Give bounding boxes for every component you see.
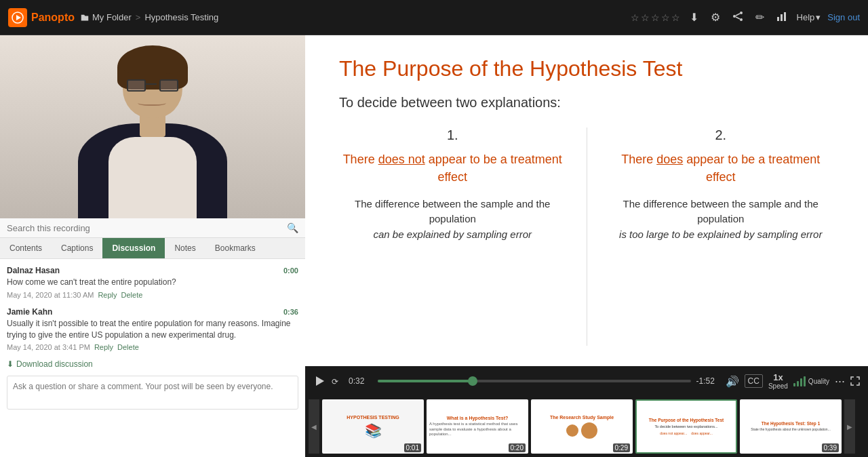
thumbnails-scroll-right[interactable]: ▶: [844, 399, 855, 454]
play-pause-button[interactable]: [313, 375, 326, 387]
closed-captions-button[interactable]: CC: [745, 374, 763, 388]
slide-col-1-body-text: The difference between the sample and th…: [355, 198, 550, 225]
discussion-panel: Dalnaz Hasan 0:00 How come we can't trea…: [0, 259, 305, 457]
slide-subtitle: To decide between two explanations:: [339, 95, 834, 111]
speed-control[interactable]: 1x Speed: [768, 372, 788, 390]
svg-marker-10: [316, 376, 324, 386]
comment-1-reply[interactable]: Reply: [98, 291, 117, 299]
svg-point-4: [740, 18, 743, 21]
comment-2-date: May 14, 2020 at 3:41 PM: [7, 343, 90, 351]
topbar-left: Panopto My Folder > Hypothesis Testing: [8, 8, 218, 27]
thumbnail-3-visual: [566, 422, 597, 439]
slide-col-1: 1. There does not appear to be a treatme…: [339, 127, 566, 346]
tab-discussion[interactable]: Discussion: [102, 238, 165, 258]
panopto-logo-icon: [8, 8, 27, 27]
svg-point-3: [733, 15, 736, 18]
thumbnail-2[interactable]: What is a Hypothesis Test? A hypothesis …: [427, 399, 528, 454]
slide-title: The Purpose of the Hypothesis Test: [339, 56, 834, 81]
slide-two-col: 1. There does not appear to be a treatme…: [339, 127, 834, 346]
comment-1-timestamp: 0:00: [283, 266, 298, 275]
help-chevron-icon: ▾: [816, 12, 821, 22]
tab-captions[interactable]: Captions: [52, 238, 102, 258]
thumbnail-2-body: A hypothesis test is a statistical metho…: [429, 422, 526, 437]
slide-col-2-heading: There does appear to be a treatment effe…: [608, 151, 835, 185]
star-3[interactable]: ☆: [651, 12, 660, 23]
slide-col-2-body: The difference between the sample and th…: [608, 197, 835, 243]
slide-display: The Purpose of the Hypothesis Test To de…: [305, 35, 868, 366]
star-1[interactable]: ☆: [631, 12, 639, 23]
thumbnail-1[interactable]: HYPOTHESIS TESTING 📚 0:01: [322, 399, 424, 454]
quality-bar-2: [797, 381, 799, 386]
thumbnail-5[interactable]: The Hypothesis Test: Step 1 State the hy…: [740, 399, 842, 454]
edit-button[interactable]: ✏: [753, 8, 767, 26]
comment-2-reply[interactable]: Reply: [94, 343, 113, 351]
comment-2-author: Jamie Kahn: [7, 307, 52, 317]
panopto-wordmark: Panopto: [31, 12, 75, 24]
comment-1-delete[interactable]: Delete: [121, 291, 143, 299]
search-input[interactable]: [7, 223, 287, 233]
sign-out-button[interactable]: Sign out: [827, 12, 860, 22]
sidebar: 🔍 Contents Captions Discussion Notes Boo…: [0, 35, 305, 457]
comment-1-meta: May 14, 2020 at 11:30 AM Reply Delete: [7, 291, 298, 299]
volume-button[interactable]: 🔊: [726, 375, 739, 388]
thumbnail-4[interactable]: The Purpose of the Hypothesis Test To de…: [635, 399, 737, 454]
progress-filled: [378, 380, 473, 382]
search-bar: 🔍: [0, 218, 305, 238]
star-2[interactable]: ☆: [641, 12, 650, 23]
star-5[interactable]: ☆: [671, 12, 680, 23]
download-button[interactable]: ⬇: [687, 8, 701, 26]
more-options-button[interactable]: ···: [835, 374, 845, 389]
thumbnail-5-body: State the hypothesis about the unknown p…: [751, 427, 831, 432]
slide-col-2-heading-pre: There: [621, 153, 656, 166]
thumbnails-scroll-left[interactable]: ◀: [309, 399, 319, 454]
thumbnail-3[interactable]: The Research Study Sample 0:29: [531, 399, 633, 454]
star-4[interactable]: ☆: [661, 12, 670, 23]
comment-input[interactable]: [7, 376, 298, 410]
tab-notes[interactable]: Notes: [165, 238, 205, 258]
svg-text:⟳: ⟳: [332, 377, 338, 386]
time-remaining: -1:52: [696, 376, 720, 386]
progress-bar[interactable]: [378, 380, 691, 382]
help-label: Help: [797, 12, 815, 22]
comment-2-delete[interactable]: Delete: [117, 343, 139, 351]
tab-bookmarks[interactable]: Bookmarks: [205, 238, 265, 258]
settings-button[interactable]: ⚙: [708, 8, 723, 26]
comment-2-text: Usually it isn't possible to treat the e…: [7, 318, 298, 341]
current-time: 0:32: [349, 376, 372, 386]
content-area: The Purpose of the Hypothesis Test To de…: [305, 35, 868, 457]
thumbnails: ◀ HYPOTHESIS TESTING 📚 0:01 What is a Hy…: [305, 396, 868, 457]
analytics-button[interactable]: [774, 8, 790, 27]
tab-contents[interactable]: Contents: [0, 238, 52, 258]
svg-marker-1: [16, 15, 21, 20]
breadcrumb-folder[interactable]: My Folder: [80, 12, 132, 22]
quality-control[interactable]: [793, 376, 806, 386]
comment-1-author: Dalnaz Hasan: [7, 266, 60, 275]
thumbnail-5-title: The Hypothesis Test: Step 1: [762, 421, 821, 426]
video-preview: [0, 35, 305, 218]
help-button[interactable]: Help ▾: [797, 12, 821, 22]
quality-bar-3: [800, 378, 802, 386]
progress-thumb: [468, 376, 477, 386]
svg-line-6: [736, 17, 740, 19]
thumbnail-1-title: HYPOTHESIS TESTING: [347, 415, 399, 420]
svg-rect-8: [781, 14, 783, 21]
rewind-button[interactable]: ⟳: [331, 375, 343, 387]
slide-content: The Purpose of the Hypothesis Test To de…: [305, 35, 868, 366]
star-rating[interactable]: ☆ ☆ ☆ ☆ ☆: [631, 12, 680, 23]
column-divider: [587, 127, 587, 346]
thumbnail-2-time: 0:20: [509, 443, 526, 452]
breadcrumb-current-page: Hypothesis Testing: [144, 12, 218, 22]
search-icon[interactable]: 🔍: [287, 222, 298, 233]
breadcrumb-separator: >: [136, 12, 141, 22]
slide-col-1-heading: There does not appear to be a treatment …: [339, 151, 566, 185]
thumbnail-1-icon: 📚: [365, 422, 382, 439]
download-discussion-link[interactable]: ⬇ Download discussion: [7, 359, 298, 369]
comment-1-date: May 14, 2020 at 11:30 AM: [7, 291, 94, 299]
panopto-logo[interactable]: Panopto: [8, 8, 75, 27]
share-button[interactable]: [730, 8, 746, 27]
expand-button[interactable]: [850, 376, 860, 386]
quality-bar-1: [793, 383, 795, 386]
thumbnail-2-title: What is a Hypothesis Test?: [447, 416, 509, 420]
quality-bar-4: [804, 376, 806, 386]
thumbnail-5-time: 0:39: [822, 443, 839, 452]
